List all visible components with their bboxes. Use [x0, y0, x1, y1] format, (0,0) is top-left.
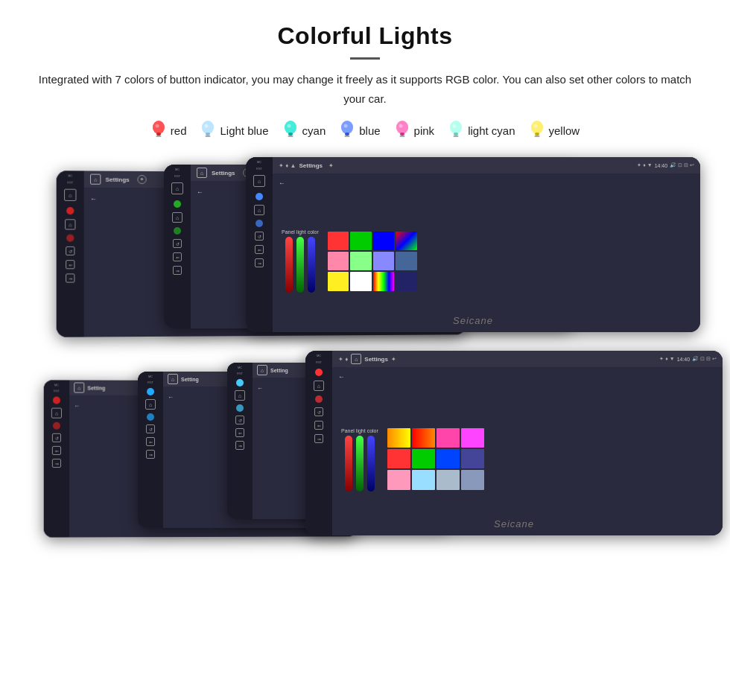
- pink-bulb-icon: [394, 120, 410, 141]
- svg-rect-12: [288, 133, 293, 136]
- svg-rect-32: [535, 133, 539, 136]
- panel-light-color-label-d3: Panel light color: [282, 229, 319, 235]
- yellow-label: yellow: [549, 124, 580, 137]
- svg-rect-28: [454, 136, 459, 137]
- svg-point-16: [341, 121, 353, 134]
- lightcyan-bulb-icon: [448, 120, 464, 141]
- page-container: Colorful Lights Integrated with 7 colors…: [0, 0, 730, 582]
- svg-point-4: [155, 124, 159, 128]
- svg-rect-22: [400, 133, 404, 136]
- settings-label-d3: Settings: [299, 162, 323, 169]
- pink-label: pink: [414, 124, 435, 137]
- svg-rect-8: [206, 136, 211, 137]
- red-label: red: [171, 124, 187, 137]
- svg-point-11: [285, 121, 296, 134]
- color-item-pink: pink: [394, 120, 435, 141]
- svg-point-6: [202, 121, 214, 134]
- yellow-bulb-icon: [529, 120, 545, 141]
- svg-rect-13: [288, 136, 293, 137]
- svg-point-9: [205, 124, 209, 128]
- color-item-red: red: [150, 120, 187, 141]
- svg-rect-27: [454, 133, 458, 136]
- blue-label: blue: [359, 124, 380, 137]
- color-item-yellow: yellow: [529, 120, 580, 141]
- svg-point-1: [153, 121, 165, 134]
- svg-rect-17: [345, 133, 349, 136]
- title-section: Colorful Lights Integrated with 7 colors…: [30, 22, 700, 108]
- description-text: Integrated with 7 colors of button indic…: [30, 70, 700, 108]
- lightblue-label: Light blue: [220, 124, 268, 137]
- device-b4: MC RST ⌂ ↺ ⇐ ⇒: [305, 351, 723, 535]
- svg-point-24: [399, 124, 402, 128]
- svg-rect-33: [534, 136, 539, 137]
- svg-point-19: [344, 124, 348, 128]
- svg-point-26: [450, 121, 462, 134]
- lightcyan-label: light cyan: [468, 124, 515, 137]
- svg-rect-7: [206, 133, 210, 136]
- settings-label-b4: Settings: [364, 356, 388, 363]
- svg-rect-2: [156, 133, 161, 136]
- svg-point-34: [533, 124, 537, 128]
- svg-point-14: [287, 124, 291, 128]
- time-label-d3: 14:40: [655, 163, 668, 168]
- bottom-devices-row: MC RST ⌂ ↺ ⇐ ⇒: [30, 351, 700, 567]
- device-3: MC RST ⌂ ⌂ ↺ ⇐: [246, 157, 700, 332]
- red-bulb-icon: [150, 120, 167, 141]
- color-item-cyan: cyan: [282, 120, 326, 141]
- cyan-label: cyan: [302, 124, 326, 137]
- color-item-lightblue: Light blue: [200, 120, 268, 141]
- svg-point-31: [531, 121, 543, 134]
- svg-point-21: [396, 121, 408, 134]
- svg-rect-18: [345, 136, 350, 137]
- color-item-lightcyan: light cyan: [448, 120, 515, 141]
- settings-label-d2: Settings: [212, 170, 235, 176]
- page-title: Colorful Lights: [30, 22, 700, 50]
- svg-rect-23: [399, 136, 404, 137]
- panel-light-color-label-b4: Panel light color: [341, 428, 378, 433]
- top-devices-row: MC RST ⌂ ⌂ ↺ ⇐: [30, 157, 700, 343]
- title-divider: [350, 57, 380, 60]
- settings-label-d1: Settings: [106, 176, 130, 182]
- time-label-b4: 14:40: [677, 357, 691, 362]
- blue-bulb-icon: [339, 120, 355, 141]
- cyan-bulb-icon: [282, 120, 299, 141]
- color-item-blue: blue: [339, 120, 380, 141]
- svg-rect-3: [156, 136, 161, 137]
- color-indicators: red Light blue cyan: [30, 120, 700, 141]
- lightblue-bulb-icon: [200, 120, 216, 141]
- svg-point-29: [453, 124, 457, 128]
